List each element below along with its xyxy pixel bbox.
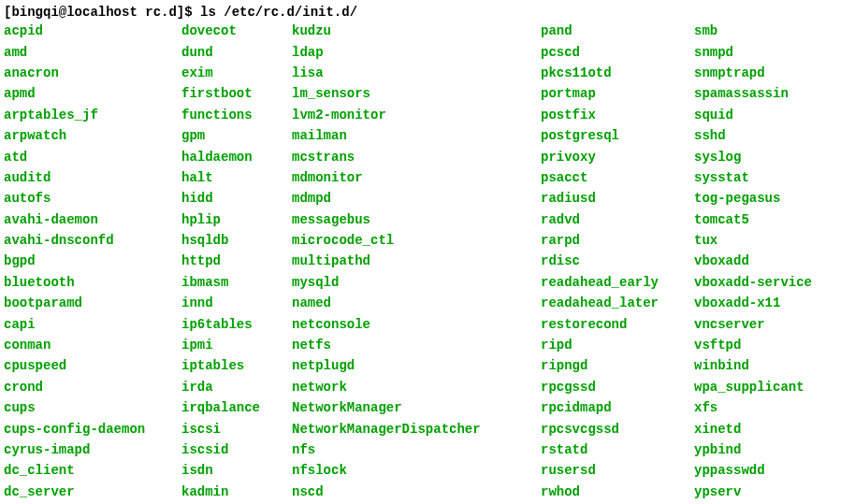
file-entry: ypserv [694, 482, 812, 502]
file-entry: hsqldb [181, 230, 292, 251]
listing-column-5: smbsnmpdsnmptrapdspamassassinsquidsshdsy… [694, 21, 812, 504]
file-entry: lvm2-monitor [292, 105, 541, 125]
file-entry: kadmin [181, 482, 292, 502]
file-entry: auditd [4, 167, 181, 188]
file-entry: sysstat [694, 167, 812, 188]
file-entry: pcscd [541, 42, 694, 63]
file-entry: named [292, 293, 541, 313]
file-entry: postfix [541, 105, 694, 125]
file-entry: autofs [4, 188, 181, 209]
file-entry: ip6tables [181, 314, 292, 335]
file-entry: rarpd [541, 230, 694, 251]
ls-output-listing: acpidamdanacronapmdarptables_jfarpwatcha… [4, 21, 851, 504]
file-entry: cpuspeed [4, 355, 181, 376]
file-entry: apmd [4, 83, 181, 104]
file-entry: dund [181, 42, 292, 63]
file-entry: rpcidmapd [541, 397, 694, 418]
file-entry: ripngd [541, 355, 694, 376]
file-entry: exim [181, 63, 292, 83]
file-entry: irqbalance [181, 397, 292, 418]
file-entry: smb [694, 21, 812, 41]
file-entry: iptables [181, 355, 292, 376]
file-entry: iscsid [181, 439, 292, 460]
file-entry: kudzu [292, 21, 541, 41]
file-entry: ripd [541, 335, 694, 355]
file-entry: crond [4, 377, 181, 397]
file-entry: ibmasm [181, 272, 292, 293]
file-entry: postgresql [541, 125, 694, 146]
file-entry: netplugd [292, 355, 541, 376]
file-entry: bluetooth [4, 272, 181, 293]
file-entry: haldaemon [181, 147, 292, 167]
file-entry: nscd [292, 482, 541, 502]
file-entry: readahead_early [541, 272, 694, 293]
file-entry: vboxadd [694, 251, 812, 271]
listing-column-1: acpidamdanacronapmdarptables_jfarpwatcha… [4, 21, 181, 504]
file-entry: arpwatch [4, 125, 181, 146]
file-entry: vsftpd [694, 335, 812, 355]
file-entry: bootparamd [4, 293, 181, 313]
file-entry: vboxadd-service [694, 272, 812, 293]
file-entry: tux [694, 230, 812, 251]
file-entry: rdisc [541, 251, 694, 271]
file-entry: lm_sensors [292, 83, 541, 104]
file-entry: isdn [181, 460, 292, 481]
file-entry: ipmi [181, 335, 292, 355]
file-entry: dc_server [4, 482, 181, 502]
file-entry: cups [4, 397, 181, 418]
file-entry: restorecond [541, 314, 694, 335]
file-entry: avahi-dnsconfd [4, 230, 181, 251]
file-entry: hidd [181, 188, 292, 209]
file-entry: radiusd [541, 188, 694, 209]
file-entry: rpcgssd [541, 377, 694, 397]
file-entry: NetworkManager [292, 397, 541, 418]
file-entry: firstboot [181, 83, 292, 104]
file-entry: irda [181, 377, 292, 397]
file-entry: netconsole [292, 314, 541, 335]
file-entry: atd [4, 147, 181, 167]
file-entry: hplip [181, 209, 292, 230]
file-entry: netfs [292, 335, 541, 355]
file-entry: vncserver [694, 314, 812, 335]
file-entry: ldap [292, 42, 541, 63]
file-entry: network [292, 377, 541, 397]
file-entry: acpid [4, 21, 181, 41]
file-entry: wpa_supplicant [694, 377, 812, 397]
file-entry: dovecot [181, 21, 292, 41]
file-entry: gpm [181, 125, 292, 146]
file-entry: portmap [541, 83, 694, 104]
file-entry: dc_client [4, 460, 181, 481]
file-entry: conman [4, 335, 181, 355]
prompt-command: ls /etc/rc.d/init.d/ [200, 5, 357, 20]
file-entry: halt [181, 167, 292, 188]
prompt-user-host: [bingqi@localhost rc.d]$ [4, 5, 200, 20]
file-entry: psacct [541, 167, 694, 188]
file-entry: xinetd [694, 419, 812, 439]
file-entry: ypbind [694, 439, 812, 460]
listing-column-4: pandpcscdpkcs11otdportmappostfixpostgres… [541, 21, 694, 504]
file-entry: functions [181, 105, 292, 125]
file-entry: syslog [694, 147, 812, 167]
file-entry: tog-pegasus [694, 188, 812, 209]
file-entry: squid [694, 105, 812, 125]
file-entry: httpd [181, 251, 292, 271]
file-entry: cups-config-daemon [4, 419, 181, 439]
file-entry: capi [4, 314, 181, 335]
file-entry: mdmpd [292, 188, 541, 209]
file-entry: privoxy [541, 147, 694, 167]
file-entry: lisa [292, 63, 541, 83]
file-entry: anacron [4, 63, 181, 83]
file-entry: sshd [694, 125, 812, 146]
file-entry: yppasswdd [694, 460, 812, 481]
listing-column-2: dovecotdundeximfirstbootfunctionsgpmhald… [181, 21, 292, 504]
file-entry: rpcsvcgssd [541, 419, 694, 439]
file-entry: microcode_ctl [292, 230, 541, 251]
file-entry: vboxadd-x11 [694, 293, 812, 313]
file-entry: pkcs11otd [541, 63, 694, 83]
file-entry: nfs [292, 439, 541, 460]
file-entry: bgpd [4, 251, 181, 271]
file-entry: NetworkManagerDispatcher [292, 419, 541, 439]
file-entry: mdmonitor [292, 167, 541, 188]
file-entry: rstatd [541, 439, 694, 460]
file-entry: amd [4, 42, 181, 63]
